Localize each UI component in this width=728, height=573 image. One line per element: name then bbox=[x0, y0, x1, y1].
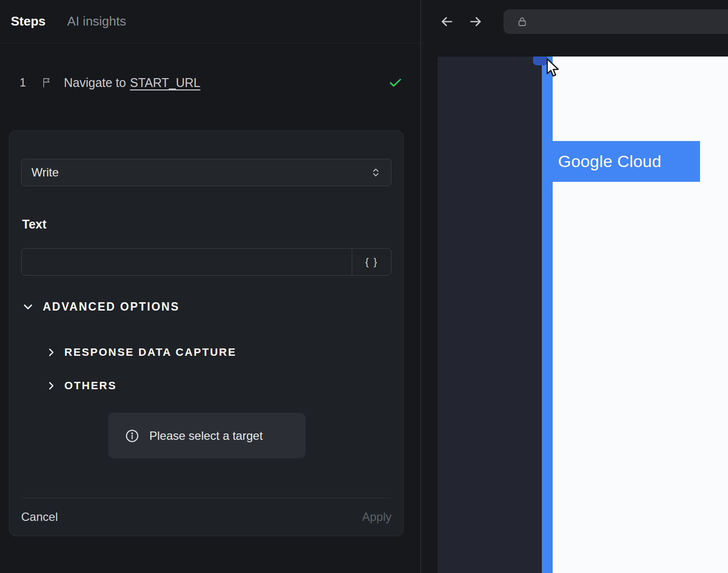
advanced-options-toggle[interactable]: ADVANCED OPTIONS bbox=[22, 297, 180, 316]
step-number: 1 bbox=[20, 76, 29, 89]
highlighted-element-label: Google Cloud bbox=[558, 152, 661, 171]
mouse-cursor-icon bbox=[542, 57, 562, 81]
chevron-down-icon bbox=[22, 301, 34, 313]
panel-tabs: Steps AI insights bbox=[0, 0, 420, 43]
others-toggle[interactable]: OTHERS bbox=[46, 376, 117, 395]
step-row[interactable]: 1 Navigate to START_URL bbox=[0, 72, 403, 93]
tab-ai-insights[interactable]: AI insights bbox=[67, 14, 126, 29]
text-field-label: Text bbox=[22, 217, 47, 231]
forward-arrow-icon[interactable] bbox=[468, 14, 483, 29]
chevron-right-icon bbox=[46, 380, 56, 391]
step-editor-card: Write Text { } ADVANCED OPTIONS bbox=[9, 130, 404, 536]
step-target-link[interactable]: START_URL bbox=[130, 76, 200, 90]
flag-icon bbox=[41, 77, 53, 88]
back-arrow-icon[interactable] bbox=[439, 14, 455, 29]
element-highlight-strip[interactable] bbox=[542, 57, 553, 573]
others-label: OTHERS bbox=[64, 379, 117, 392]
response-data-capture-label: RESPONSE DATA CAPTURE bbox=[64, 346, 236, 359]
lock-icon bbox=[516, 16, 528, 28]
chevron-right-icon bbox=[46, 347, 56, 358]
browser-toolbar bbox=[421, 0, 728, 43]
url-bar[interactable] bbox=[504, 9, 728, 34]
action-select-value: Write bbox=[31, 166, 59, 179]
response-data-capture-toggle[interactable]: RESPONSE DATA CAPTURE bbox=[46, 343, 236, 362]
select-updown-icon bbox=[370, 167, 381, 178]
text-input-group: { } bbox=[21, 248, 392, 276]
step-action-label: Navigate to bbox=[64, 76, 126, 90]
cancel-button[interactable]: Cancel bbox=[21, 510, 58, 524]
advanced-options-label: ADVANCED OPTIONS bbox=[43, 300, 180, 314]
success-check-icon bbox=[388, 75, 403, 90]
page-dark-region bbox=[438, 57, 542, 573]
highlighted-element[interactable]: Google Cloud bbox=[549, 141, 700, 182]
insert-variable-button[interactable]: { } bbox=[352, 249, 391, 275]
action-select[interactable]: Write bbox=[21, 159, 392, 186]
apply-button[interactable]: Apply bbox=[362, 510, 392, 524]
info-icon bbox=[125, 429, 140, 443]
text-input[interactable] bbox=[22, 249, 352, 275]
toast-message: Please select a target bbox=[149, 429, 263, 443]
page-preview-viewport[interactable]: Google Cloud bbox=[438, 57, 728, 573]
browser-preview-panel: Google Cloud bbox=[421, 0, 728, 573]
editor-footer: Cancel Apply bbox=[9, 498, 403, 536]
steps-panel: Steps AI insights 1 Navigate to START_UR… bbox=[0, 0, 421, 573]
tab-steps[interactable]: Steps bbox=[11, 14, 46, 29]
page-content-region bbox=[553, 57, 728, 573]
select-target-toast: Please select a target bbox=[108, 413, 306, 458]
